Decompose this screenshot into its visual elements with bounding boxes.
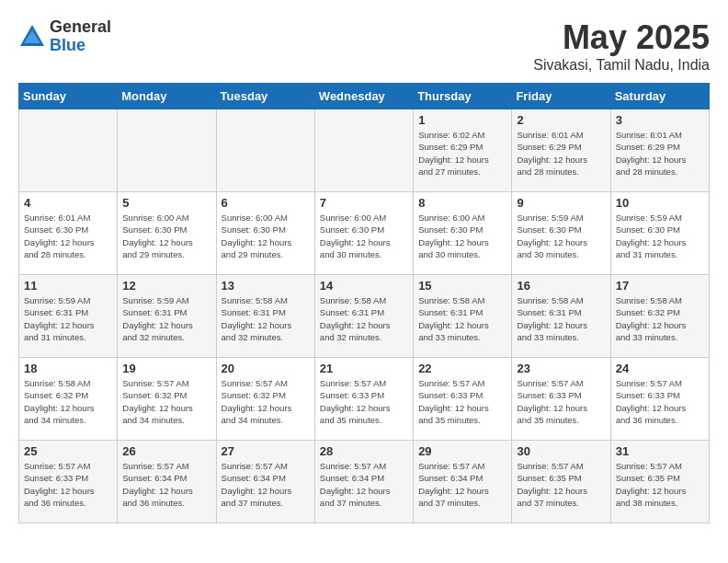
- calendar-cell: 28Sunrise: 5:57 AM Sunset: 6:34 PM Dayli…: [314, 441, 413, 523]
- day-number: 26: [122, 444, 210, 458]
- month-title: May 2025: [533, 18, 710, 57]
- calendar-cell: [216, 109, 314, 192]
- day-info: Sunrise: 5:57 AM Sunset: 6:33 PM Dayligh…: [24, 460, 112, 509]
- day-header-tuesday: Tuesday: [216, 84, 314, 109]
- calendar-cell: 18Sunrise: 5:58 AM Sunset: 6:32 PM Dayli…: [19, 358, 118, 441]
- calendar-cell: 1Sunrise: 6:02 AM Sunset: 6:29 PM Daylig…: [414, 109, 512, 192]
- day-info: Sunrise: 5:57 AM Sunset: 6:34 PM Dayligh…: [418, 460, 506, 509]
- week-row-4: 25Sunrise: 5:57 AM Sunset: 6:33 PM Dayli…: [19, 441, 710, 523]
- calendar-cell: 15Sunrise: 5:58 AM Sunset: 6:31 PM Dayli…: [414, 275, 512, 358]
- day-number: 18: [24, 362, 112, 375]
- day-number: 15: [418, 279, 506, 293]
- calendar-cell: [19, 109, 118, 192]
- day-info: Sunrise: 5:58 AM Sunset: 6:31 PM Dayligh…: [517, 294, 605, 343]
- day-info: Sunrise: 5:59 AM Sunset: 6:31 PM Dayligh…: [24, 294, 112, 343]
- day-number: 21: [320, 362, 408, 375]
- day-info: Sunrise: 5:59 AM Sunset: 6:30 PM Dayligh…: [517, 212, 605, 260]
- calendar-cell: 11Sunrise: 5:59 AM Sunset: 6:31 PM Dayli…: [19, 275, 118, 358]
- day-info: Sunrise: 5:57 AM Sunset: 6:35 PM Dayligh…: [517, 460, 605, 509]
- week-row-0: 1Sunrise: 6:02 AM Sunset: 6:29 PM Daylig…: [19, 109, 710, 192]
- calendar-cell: 3Sunrise: 6:01 AM Sunset: 6:29 PM Daylig…: [610, 109, 709, 192]
- day-number: 10: [616, 196, 704, 210]
- day-number: 12: [122, 279, 210, 293]
- day-info: Sunrise: 6:00 AM Sunset: 6:30 PM Dayligh…: [418, 212, 506, 260]
- day-number: 5: [122, 196, 210, 210]
- title-area: May 2025 Sivakasi, Tamil Nadu, India: [533, 18, 710, 74]
- calendar-table: SundayMondayTuesdayWednesdayThursdayFrid…: [18, 83, 710, 523]
- day-number: 25: [24, 444, 112, 458]
- day-info: Sunrise: 5:58 AM Sunset: 6:31 PM Dayligh…: [418, 294, 506, 343]
- day-info: Sunrise: 6:01 AM Sunset: 6:29 PM Dayligh…: [616, 129, 704, 178]
- day-info: Sunrise: 5:59 AM Sunset: 6:30 PM Dayligh…: [616, 212, 704, 260]
- day-info: Sunrise: 6:00 AM Sunset: 6:30 PM Dayligh…: [222, 212, 310, 260]
- calendar-cell: 29Sunrise: 5:57 AM Sunset: 6:34 PM Dayli…: [414, 441, 512, 523]
- calendar-cell: 2Sunrise: 6:01 AM Sunset: 6:29 PM Daylig…: [512, 109, 610, 192]
- calendar-cell: [118, 109, 216, 192]
- calendar-cell: 16Sunrise: 5:58 AM Sunset: 6:31 PM Dayli…: [512, 275, 610, 358]
- day-info: Sunrise: 5:57 AM Sunset: 6:34 PM Dayligh…: [122, 460, 210, 509]
- day-info: Sunrise: 6:00 AM Sunset: 6:30 PM Dayligh…: [122, 212, 210, 260]
- calendar-cell: 24Sunrise: 5:57 AM Sunset: 6:33 PM Dayli…: [610, 358, 709, 441]
- calendar-cell: 23Sunrise: 5:57 AM Sunset: 6:33 PM Dayli…: [512, 358, 610, 441]
- logo-text: General Blue: [50, 18, 111, 55]
- day-info: Sunrise: 5:59 AM Sunset: 6:31 PM Dayligh…: [122, 294, 210, 343]
- day-info: Sunrise: 5:58 AM Sunset: 6:32 PM Dayligh…: [616, 294, 704, 343]
- calendar-cell: 8Sunrise: 6:00 AM Sunset: 6:30 PM Daylig…: [414, 192, 512, 275]
- calendar-cell: 17Sunrise: 5:58 AM Sunset: 6:32 PM Dayli…: [610, 275, 709, 358]
- calendar-cell: 22Sunrise: 5:57 AM Sunset: 6:33 PM Dayli…: [414, 358, 512, 441]
- day-info: Sunrise: 5:57 AM Sunset: 6:34 PM Dayligh…: [320, 460, 408, 509]
- calendar-cell: 21Sunrise: 5:57 AM Sunset: 6:33 PM Dayli…: [314, 358, 413, 441]
- day-info: Sunrise: 6:01 AM Sunset: 6:29 PM Dayligh…: [517, 129, 605, 178]
- calendar-cell: 7Sunrise: 6:00 AM Sunset: 6:30 PM Daylig…: [314, 192, 413, 275]
- day-info: Sunrise: 5:57 AM Sunset: 6:35 PM Dayligh…: [616, 460, 704, 509]
- day-number: 19: [122, 362, 210, 375]
- day-number: 17: [616, 279, 704, 293]
- day-info: Sunrise: 5:57 AM Sunset: 6:32 PM Dayligh…: [222, 377, 310, 426]
- calendar-cell: 5Sunrise: 6:00 AM Sunset: 6:30 PM Daylig…: [118, 192, 216, 275]
- day-number: 24: [616, 362, 704, 375]
- day-number: 6: [222, 196, 310, 210]
- header-row: SundayMondayTuesdayWednesdayThursdayFrid…: [19, 84, 710, 109]
- day-number: 2: [517, 113, 605, 127]
- day-number: 27: [222, 444, 310, 458]
- header: General Blue May 2025 Sivakasi, Tamil Na…: [18, 18, 710, 74]
- day-info: Sunrise: 5:58 AM Sunset: 6:31 PM Dayligh…: [222, 294, 310, 343]
- location-title: Sivakasi, Tamil Nadu, India: [533, 57, 710, 74]
- day-number: 1: [418, 113, 506, 127]
- day-number: 11: [24, 279, 112, 293]
- day-header-wednesday: Wednesday: [314, 84, 413, 109]
- day-info: Sunrise: 5:58 AM Sunset: 6:31 PM Dayligh…: [320, 294, 408, 343]
- day-number: 3: [616, 113, 704, 127]
- week-row-2: 11Sunrise: 5:59 AM Sunset: 6:31 PM Dayli…: [19, 275, 710, 358]
- day-info: Sunrise: 5:58 AM Sunset: 6:32 PM Dayligh…: [24, 377, 112, 426]
- day-info: Sunrise: 5:57 AM Sunset: 6:33 PM Dayligh…: [418, 377, 506, 426]
- logo-blue: Blue: [50, 37, 111, 55]
- day-number: 9: [517, 196, 605, 210]
- day-header-saturday: Saturday: [610, 84, 709, 109]
- day-header-friday: Friday: [512, 84, 610, 109]
- day-number: 7: [320, 196, 408, 210]
- day-number: 29: [418, 444, 506, 458]
- day-number: 23: [517, 362, 605, 375]
- calendar-cell: 10Sunrise: 5:59 AM Sunset: 6:30 PM Dayli…: [610, 192, 709, 275]
- day-number: 20: [222, 362, 310, 375]
- day-header-thursday: Thursday: [414, 84, 512, 109]
- calendar-cell: 25Sunrise: 5:57 AM Sunset: 6:33 PM Dayli…: [19, 441, 118, 523]
- calendar-cell: 9Sunrise: 5:59 AM Sunset: 6:30 PM Daylig…: [512, 192, 610, 275]
- calendar-cell: 26Sunrise: 5:57 AM Sunset: 6:34 PM Dayli…: [118, 441, 216, 523]
- logo-icon: [18, 23, 46, 51]
- calendar-cell: 13Sunrise: 5:58 AM Sunset: 6:31 PM Dayli…: [216, 275, 314, 358]
- day-info: Sunrise: 5:57 AM Sunset: 6:33 PM Dayligh…: [320, 377, 408, 426]
- calendar-cell: [314, 109, 413, 192]
- week-row-1: 4Sunrise: 6:01 AM Sunset: 6:30 PM Daylig…: [19, 192, 710, 275]
- calendar-cell: 19Sunrise: 5:57 AM Sunset: 6:32 PM Dayli…: [118, 358, 216, 441]
- day-number: 31: [616, 444, 704, 458]
- day-number: 22: [418, 362, 506, 375]
- calendar-cell: 6Sunrise: 6:00 AM Sunset: 6:30 PM Daylig…: [216, 192, 314, 275]
- day-number: 4: [24, 196, 112, 210]
- day-info: Sunrise: 5:57 AM Sunset: 6:33 PM Dayligh…: [517, 377, 605, 426]
- calendar-cell: 12Sunrise: 5:59 AM Sunset: 6:31 PM Dayli…: [118, 275, 216, 358]
- calendar-cell: 27Sunrise: 5:57 AM Sunset: 6:34 PM Dayli…: [216, 441, 314, 523]
- day-info: Sunrise: 6:02 AM Sunset: 6:29 PM Dayligh…: [418, 129, 506, 178]
- day-number: 16: [517, 279, 605, 293]
